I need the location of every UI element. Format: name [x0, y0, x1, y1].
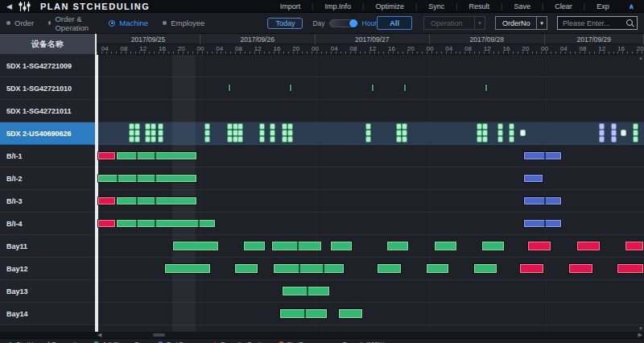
toolbar-button-clear[interactable]: Clear — [543, 2, 584, 10]
gantt-bar-green[interactable] — [234, 263, 258, 274]
gantt-micro-bar-cluster[interactable] — [521, 130, 525, 135]
gantt-bar-red[interactable] — [576, 241, 601, 251]
scroll-down-icon[interactable]: ▼ — [638, 326, 643, 331]
gantt-bar-red[interactable] — [97, 151, 116, 160]
radio-order[interactable]: Order — [6, 19, 34, 27]
gantt-bar-red[interactable] — [97, 196, 116, 205]
toolbar-button-result[interactable]: Result — [458, 2, 502, 10]
scroll-left-icon[interactable]: ◀ — [97, 332, 101, 338]
micro-bar — [402, 130, 407, 135]
machine-row-label[interactable]: 5DX 2-US40690626 — [0, 122, 95, 145]
machine-row-label[interactable]: B/I-4 — [0, 213, 95, 235]
gantt-bar-green[interactable] — [271, 241, 322, 251]
gantt-bar-green[interactable] — [282, 286, 330, 296]
gantt-bar-green[interactable] — [116, 151, 197, 160]
gantt-bar-green[interactable] — [473, 263, 497, 274]
machine-row-label[interactable]: B/I-1 — [0, 145, 95, 167]
gantt-bar-green[interactable] — [273, 263, 345, 274]
gantt-micro-bar-cluster[interactable] — [600, 124, 604, 142]
gantt-bar-tick[interactable] — [228, 84, 231, 92]
gantt-bar-red[interactable] — [527, 241, 551, 251]
hscroll-track[interactable] — [97, 332, 644, 338]
gantt-bar-tick[interactable] — [403, 84, 407, 92]
radio-machine[interactable]: Machine — [109, 19, 148, 27]
gantt-bar-red[interactable] — [97, 219, 116, 228]
gantt-micro-bar-cluster[interactable] — [159, 124, 163, 142]
gantt-micro-bar-cluster[interactable] — [510, 124, 514, 142]
gantt-bar-green[interactable] — [426, 263, 449, 274]
gantt-bar-blue[interactable] — [523, 174, 543, 183]
gantt-bar-red[interactable] — [568, 263, 593, 274]
toolbar-button-import[interactable]: Import — [269, 2, 312, 10]
gantt-bar-tick[interactable] — [289, 84, 292, 92]
gantt-bar-blue[interactable] — [523, 196, 562, 205]
toolbar-button-optimize[interactable]: Optimize — [364, 2, 415, 10]
gantt-bar-green[interactable] — [481, 241, 505, 251]
gantt-micro-bar-cluster[interactable] — [397, 124, 407, 142]
day-hour-toggle[interactable]: Day Hour — [312, 19, 377, 27]
back-arrow-icon[interactable]: ◀ — [6, 2, 12, 10]
scroll-up-icon[interactable]: ▲ — [638, 56, 643, 60]
scroll-right-icon[interactable]: ▶ — [638, 332, 642, 338]
gantt-micro-bar-cluster[interactable] — [621, 130, 625, 135]
gantt-bar-green[interactable] — [172, 241, 219, 251]
gantt-micro-bar-cluster[interactable] — [283, 124, 292, 142]
toggle-knob[interactable] — [349, 19, 357, 27]
toolbar-button-sync[interactable]: Sync — [417, 2, 456, 10]
gantt-bar-green[interactable] — [330, 241, 353, 251]
gantt-bar-green[interactable] — [434, 241, 457, 251]
gantt-bar-green[interactable] — [279, 308, 328, 319]
machine-row-label[interactable]: Bay11 — [0, 235, 95, 258]
gantt-bar-green[interactable] — [116, 219, 216, 228]
machine-row-label[interactable]: 5DX 1-SG42721009 — [0, 55, 95, 77]
gantt-micro-bar-cluster[interactable] — [477, 124, 487, 142]
gantt-bar-tick[interactable] — [485, 84, 488, 92]
micro-bar — [238, 124, 242, 129]
gantt-bar-blue[interactable] — [523, 151, 562, 160]
search-input[interactable] — [563, 19, 626, 27]
gantt-bar-green[interactable] — [164, 263, 211, 274]
gantt-bar-green[interactable] — [386, 241, 409, 251]
machine-row-label[interactable]: Bay14 — [0, 303, 95, 325]
gantt-bar-red[interactable] — [519, 263, 544, 274]
gantt-bar-green[interactable] — [377, 263, 402, 274]
all-button[interactable]: All — [377, 16, 412, 30]
gantt-bar-green[interactable] — [97, 174, 197, 183]
gantt-micro-bar-cluster[interactable] — [146, 124, 155, 142]
gantt-bar-green[interactable] — [243, 241, 266, 251]
gantt-micro-bar-cluster[interactable] — [205, 124, 209, 142]
gantt-micro-bar-cluster[interactable] — [366, 124, 370, 142]
gantt-bar-green[interactable] — [116, 196, 197, 205]
toolbar-button-exp[interactable]: Exp — [585, 2, 621, 10]
vertical-scrollbar[interactable]: ▲ ▼ — [638, 55, 644, 332]
gantt-micro-bar-cluster[interactable] — [612, 124, 616, 142]
toolbar-button-save[interactable]: Save — [502, 2, 542, 10]
machine-row-label[interactable]: Bay13 — [0, 280, 95, 303]
machine-row-label[interactable]: 5DX 1-SG42721010 — [0, 77, 95, 100]
horizontal-scrollbar[interactable]: ◀ ▶ — [0, 332, 644, 338]
operation-select[interactable]: Operation ▾ — [423, 16, 485, 30]
gantt-micro-bar-cluster[interactable] — [270, 124, 275, 142]
gantt-micro-bar-cluster[interactable] — [260, 124, 264, 142]
radio-employee[interactable]: Employee — [163, 19, 204, 27]
machine-row-label[interactable]: 5DX 1-SG42721011 — [0, 100, 95, 122]
gantt-micro-bar-cluster[interactable] — [228, 124, 237, 142]
gantt-bar-blue[interactable] — [523, 219, 562, 228]
gantt-micro-bar-cluster[interactable] — [130, 124, 139, 142]
radio-order-operation[interactable]: Order & Operation — [48, 14, 94, 32]
toolbar-button-impinfo[interactable]: Imp.Info — [314, 2, 363, 10]
orderno-select[interactable]: OrderNo ▾ — [495, 16, 547, 30]
machine-row-label[interactable]: B/I-2 — [0, 167, 95, 190]
hscroll-thumb[interactable] — [153, 333, 165, 337]
chevron-up-icon[interactable]: ∧ — [621, 2, 641, 10]
today-button[interactable]: Today — [267, 18, 303, 29]
gantt-micro-bar-cluster[interactable] — [238, 124, 242, 142]
search-icon[interactable] — [626, 19, 634, 27]
machine-row-label[interactable]: Bay12 — [0, 258, 95, 280]
timeline-hour-label: 04 — [560, 45, 568, 52]
gantt-bar-green[interactable] — [338, 308, 363, 319]
gantt-bar-tick[interactable] — [371, 84, 374, 92]
machine-row-label[interactable]: B/I-3 — [0, 190, 95, 213]
day-hour-switch[interactable] — [329, 19, 358, 27]
gantt-micro-bar-cluster[interactable] — [498, 124, 502, 142]
